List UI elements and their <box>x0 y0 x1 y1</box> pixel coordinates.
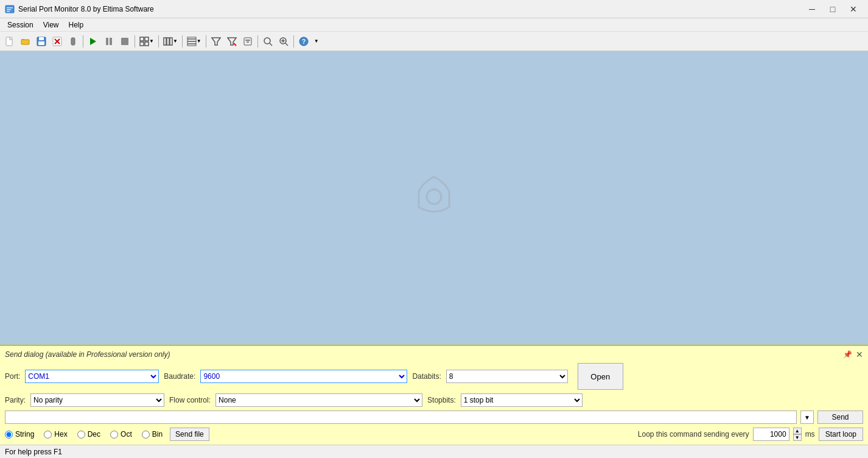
loop-value-input[interactable]: 1000 <box>753 428 789 441</box>
filter-icon <box>211 37 221 46</box>
filter2-icon <box>227 37 237 46</box>
radio-hex[interactable]: Hex <box>44 430 67 439</box>
title-bar: Serial Port Monitor 8.0 by Eltima Softwa… <box>0 0 868 18</box>
menu-help[interactable]: Help <box>64 19 89 30</box>
toolbar-pipe-button[interactable] <box>66 34 80 49</box>
toolbar-filter-button[interactable] <box>209 34 223 49</box>
radio-bin-input[interactable] <box>142 431 150 439</box>
close-icon <box>52 37 62 46</box>
send-dropdown-button[interactable]: ▼ <box>800 410 814 424</box>
svg-marker-14 <box>90 38 96 45</box>
start-loop-button[interactable]: Start loop <box>819 428 863 441</box>
magnify-icon <box>263 37 273 46</box>
svg-line-36 <box>270 43 272 46</box>
flowcontrol-label: Flow control: <box>169 396 211 404</box>
pause-icon <box>104 37 114 46</box>
status-text: For help press F1 <box>5 448 62 456</box>
flowcontrol-select[interactable]: None Hardware Software <box>215 393 422 407</box>
send-button[interactable]: Send <box>817 410 863 424</box>
filter3-icon <box>243 37 252 46</box>
minimize-button[interactable]: ─ <box>802 2 822 16</box>
radio-row: String Hex Dec Oct Bin <box>5 430 163 439</box>
stopbits-label: Stopbits: <box>427 396 456 404</box>
radio-hex-input[interactable] <box>44 431 52 439</box>
close-button[interactable]: ✕ <box>844 2 863 16</box>
svg-rect-9 <box>38 41 44 45</box>
toolbar-filter2-button[interactable] <box>225 34 239 49</box>
stopbits-select[interactable]: 1 stop bit 1.5 stop bits 2 stop bits <box>461 393 583 407</box>
toolbar-zoom-button[interactable] <box>276 34 291 49</box>
databits-select[interactable]: 8 7 6 5 <box>446 370 568 383</box>
send-dialog-header: Send dialog (available in Professional v… <box>5 350 863 359</box>
port-label: Port: <box>5 372 20 381</box>
toolbar-help-dropdown-button[interactable]: ▼ <box>312 34 321 49</box>
toolbar-sep-2 <box>135 35 135 48</box>
toolbar-help-button[interactable]: ? <box>296 34 311 49</box>
radio-oct-input[interactable] <box>110 431 118 439</box>
play-icon <box>88 37 98 46</box>
radio-dec[interactable]: Dec <box>77 430 100 439</box>
baudrate-select[interactable]: 9600 19200 38400 57600 115200 <box>200 370 407 383</box>
form-row-2: Parity: No parity Even Odd Mark Space Fl… <box>5 393 863 407</box>
send-file-button[interactable]: Send file <box>170 428 209 441</box>
svg-text:?: ? <box>302 38 306 45</box>
svg-rect-1 <box>7 7 13 9</box>
databits-label: Databits: <box>412 372 441 381</box>
radio-string[interactable]: String <box>5 430 34 439</box>
radio-hex-label: Hex <box>54 430 67 439</box>
toolbar-close-button[interactable] <box>50 34 65 49</box>
help-icon: ? <box>299 37 309 46</box>
send-input[interactable] <box>5 410 797 424</box>
columns-icon <box>163 37 173 46</box>
toolbar-sep-4 <box>182 35 183 48</box>
toolbar-magnify-button[interactable] <box>261 34 275 49</box>
radio-oct[interactable]: Oct <box>110 430 132 439</box>
open-button[interactable]: Open <box>578 363 623 390</box>
toolbar-save-button[interactable] <box>34 34 49 49</box>
svg-rect-23 <box>167 38 169 45</box>
loop-spinner: ▲ ▼ <box>793 428 802 441</box>
loop-label: Loop this command sending every <box>638 430 749 439</box>
pin-button[interactable]: 📌 <box>843 350 852 359</box>
toolbar-stop-button[interactable] <box>117 34 132 49</box>
loop-spinner-up-button[interactable]: ▲ <box>793 428 802 434</box>
toolbar-play-button[interactable] <box>86 34 100 49</box>
toolbar-sep-7 <box>293 35 294 48</box>
bottom-left: String Hex Dec Oct Bin <box>5 428 209 441</box>
port-select[interactable]: COM1 COM2 COM3 <box>25 370 159 383</box>
send-dialog-header-controls: 📌 ✕ <box>843 350 863 359</box>
send-dialog-close-button[interactable]: ✕ <box>856 350 863 359</box>
toolbar-columns-button[interactable]: ▼ <box>161 34 180 49</box>
baudrate-label: Baudrate: <box>164 372 195 381</box>
menu-session[interactable]: Session <box>2 19 38 30</box>
svg-rect-21 <box>145 42 149 46</box>
app-title: Serial Port Monitor 8.0 by Eltima Softwa… <box>18 5 154 13</box>
svg-rect-15 <box>106 38 108 45</box>
radio-bin[interactable]: Bin <box>142 430 163 439</box>
toolbar-sep-1 <box>83 35 83 48</box>
parity-select[interactable]: No parity Even Odd Mark Space <box>30 393 164 407</box>
menu-bar: Session View Help <box>0 18 868 32</box>
pipe-icon <box>68 37 78 46</box>
svg-rect-17 <box>121 38 128 45</box>
title-bar-left: Serial Port Monitor 8.0 by Eltima Softwa… <box>5 4 154 14</box>
ms-label: ms <box>805 430 815 439</box>
svg-line-31 <box>234 43 236 46</box>
radio-dec-input[interactable] <box>77 431 85 439</box>
watermark-icon <box>410 174 458 222</box>
send-input-row: ▼ Send <box>5 410 863 424</box>
bottom-row: String Hex Dec Oct Bin <box>5 428 863 441</box>
radio-string-input[interactable] <box>5 431 13 439</box>
toolbar-open-button[interactable] <box>18 34 33 49</box>
maximize-button[interactable]: □ <box>823 2 842 16</box>
zoom-icon <box>279 37 289 46</box>
toolbar-new-button[interactable] <box>2 34 17 49</box>
menu-view[interactable]: View <box>38 19 64 30</box>
toolbar-filter3-button[interactable] <box>240 34 255 49</box>
toolbar-grid-button[interactable]: ▼ <box>138 34 156 49</box>
open-folder-icon <box>21 37 30 46</box>
loop-spinner-down-button[interactable]: ▼ <box>793 434 802 441</box>
toolbar-pause-button[interactable] <box>102 34 116 49</box>
toolbar-rows-button[interactable]: ▼ <box>185 34 203 49</box>
grid-icon <box>139 37 149 46</box>
